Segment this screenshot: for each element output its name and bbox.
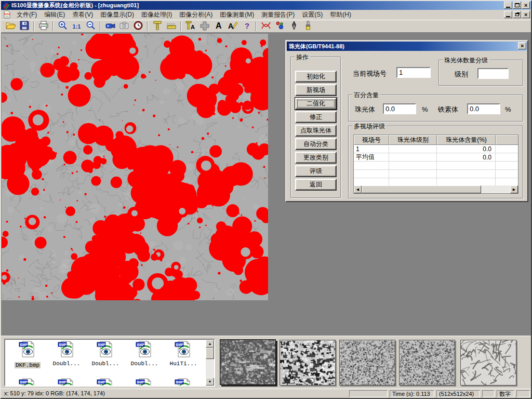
menu-item-help[interactable]: 帮助(H) [326,9,355,20]
table-header-cell[interactable]: 珠光体含量(%) [437,135,496,145]
child-restore-button[interactable] [513,11,521,18]
cross-marker-button[interactable] [198,20,211,32]
table-cell [496,170,518,178]
scroll-left-button[interactable]: ◀ [354,185,362,193]
window-minimize-button[interactable] [504,2,512,9]
zoom-in-button[interactable] [56,20,69,32]
video-camera-button[interactable] [103,20,116,32]
file-item[interactable]: BMPDoubl... [47,341,86,367]
scroll-up-button[interactable]: ▲ [206,340,214,348]
file-item[interactable]: BMPDoubl... [125,341,164,367]
file-item[interactable]: BMPHuiTi... [164,341,203,367]
file-item[interactable]: BMP [125,378,164,387]
window-close-button[interactable]: × [522,2,530,9]
pen-tool-button[interactable] [287,20,300,32]
menu-item-view[interactable]: 查看(V) [69,9,97,20]
menu-item-image-analysis[interactable]: 图像分析(A) [176,9,216,20]
caliper-icon [152,20,163,33]
classify-balls-button[interactable] [273,20,286,32]
table-row[interactable]: 10.0 [354,145,518,153]
child-close-button[interactable]: × [522,11,530,18]
menu-item-image-measure[interactable]: 图像测量(M) [216,9,258,20]
table-header-cell[interactable]: 铁素体含量(%) [496,135,518,145]
print-button[interactable] [37,20,50,32]
thumb-high-contrast[interactable] [280,340,336,385]
bmp-file-icon: BMP [97,378,114,387]
table-horizontal-scrollbar[interactable]: ◀ ▶ [354,185,518,193]
scroll-right-button[interactable]: ▶ [510,185,518,193]
file-list-scrollbar[interactable]: ▲ ▼ [206,340,214,385]
save-button[interactable] [18,20,31,32]
file-item[interactable]: BMP [86,378,125,387]
file-item[interactable]: BMP [8,378,47,387]
dialog-button-grade[interactable]: 评级 [295,165,337,177]
dialog-button-new-field[interactable]: 新视场 [295,84,337,96]
multi-field-group-label: 多视场评级 [352,122,387,131]
multi-field-table[interactable]: 视场号珠光体级别珠光体含量(%)铁素体含量(%) 10.0平均值0.0 ◀ ▶ [353,135,518,194]
help-button[interactable]: ? [240,20,253,32]
window-maximize-button[interactable] [513,2,521,9]
dialog-close-button[interactable]: × [518,42,526,49]
svg-text:BMP: BMP [137,343,145,347]
text-label-button[interactable]: A [212,20,225,32]
dialog-title-bar[interactable]: 珠光体(GB/T9441-88) [287,42,527,51]
dialog-button-initialize[interactable]: 初始化 [295,71,337,83]
table-header-cell[interactable]: 视场号 [354,135,389,145]
timer-clock-icon [132,20,144,33]
brush-tool-button[interactable] [301,20,314,32]
file-item[interactable]: BMP [47,378,86,387]
curve-tool-button[interactable] [259,20,272,32]
dialog-button-correct[interactable]: 修正 [295,111,337,123]
toolbar-separator [52,21,54,31]
scrollbar-thumb[interactable] [362,185,481,193]
table-header-cell[interactable]: 珠光体级别 [389,135,437,145]
svg-text:DOC: DOC [4,12,10,16]
annotate-edit-button[interactable]: A [226,20,239,32]
open-folder-button[interactable] [4,20,17,32]
actual-size-button[interactable]: 1:1 [70,20,83,32]
ferrite-percent-input[interactable] [467,103,500,114]
file-item[interactable]: BMPDKF.bmp [8,341,47,369]
caliper-button[interactable] [151,20,164,32]
dialog-button-binarize[interactable]: 二值化 [295,98,337,110]
file-list[interactable]: ▲ ▼ BMPDKF.bmpBMPDoubl...BMPDoubl...BMPD… [4,339,215,387]
zoom-out-button[interactable] [84,20,97,32]
level-input[interactable] [477,68,509,79]
menu-item-image-display[interactable]: 图像显示(D) [97,9,138,20]
document-icon[interactable]: DOC [3,10,11,19]
dialog-button-return[interactable]: 返回 [295,179,337,191]
file-item[interactable]: BMPDoubl... [86,341,125,367]
thumb-light-flakes[interactable] [460,340,516,385]
pearlite-label: 珠光体 [355,105,375,114]
menu-item-image-processing[interactable]: 图像处理(I) [138,9,176,20]
menu-item-measure-report[interactable]: 测量报告(P) [258,9,298,20]
camera-capture-icon [118,20,130,33]
file-name: Doubl... [125,361,164,367]
scroll-down-button[interactable]: ▼ [206,378,214,385]
menu-item-file[interactable]: 文件(F) [13,9,41,20]
thumb-speckle-b[interactable] [399,340,455,385]
table-row[interactable]: 平均值0.0 [354,153,518,162]
title-bar[interactable]: IS100显微摄像系统(金相分析版) - [zhuguangti01] × [1,1,531,10]
child-minimize-button[interactable] [504,11,512,18]
app-icon [2,2,10,10]
file-item[interactable]: BMP [164,378,203,387]
pearlite-percent-input[interactable] [383,103,416,114]
thumb-dark-coarse[interactable] [220,339,276,385]
current-field-input[interactable] [396,67,431,78]
timer-clock-button[interactable] [131,20,144,32]
dialog-button-pick-pearlite[interactable]: 点取珠光体 [295,125,337,137]
measure-text-button[interactable]: A [184,20,197,32]
specimen-image[interactable] [2,34,268,300]
dialog-button-change-class[interactable]: 更改类别 [295,152,337,164]
table-row[interactable] [354,170,518,178]
table-row[interactable] [354,162,518,170]
menu-item-settings[interactable]: 设置(S) [298,9,326,20]
camera-capture-button[interactable] [117,20,130,32]
menu-item-edit[interactable]: 编辑(E) [41,9,69,20]
thumb-speckle-a[interactable] [339,340,395,385]
ruler-button[interactable] [165,20,178,32]
file-scrollbar-thumb[interactable] [206,348,214,359]
level-label: 级别 [455,70,468,79]
dialog-button-auto-classify[interactable]: 自动分类 [295,138,337,150]
